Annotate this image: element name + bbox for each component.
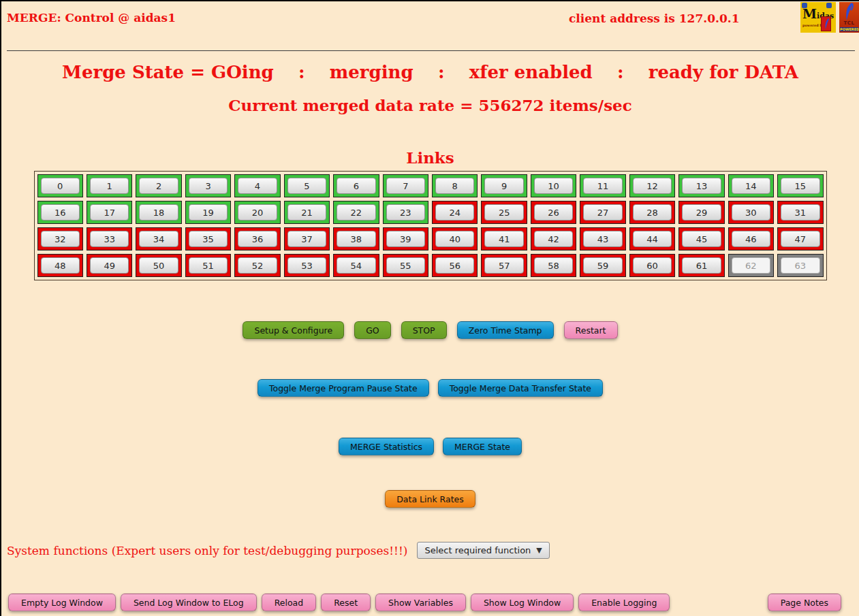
link-button-7[interactable]: 7 bbox=[386, 178, 425, 194]
link-button-19[interactable]: 19 bbox=[189, 204, 228, 221]
link-button-22[interactable]: 22 bbox=[337, 204, 375, 221]
system-function-select[interactable]: Select required function ▼ bbox=[417, 542, 549, 559]
link-button-28[interactable]: 28 bbox=[633, 204, 672, 221]
link-button-21[interactable]: 21 bbox=[287, 204, 326, 221]
link-button-33[interactable]: 33 bbox=[90, 231, 129, 247]
link-button-27[interactable]: 27 bbox=[583, 204, 622, 221]
stop-button[interactable]: STOP bbox=[401, 321, 447, 339]
show-log-window-button[interactable]: Show Log Window bbox=[471, 594, 574, 611]
empty-log-window-button[interactable]: Empty Log Window bbox=[8, 594, 116, 611]
link-button-26[interactable]: 26 bbox=[534, 204, 573, 221]
link-button-55[interactable]: 55 bbox=[386, 257, 425, 274]
link-button-29[interactable]: 29 bbox=[682, 204, 721, 221]
restart-button[interactable]: Restart bbox=[564, 321, 618, 339]
link-button-1[interactable]: 1 bbox=[90, 178, 129, 194]
toggle-merge-data-transfer-state-button[interactable]: Toggle Merge Data Transfer State bbox=[438, 379, 603, 397]
link-cell-35: 35 bbox=[185, 227, 231, 250]
link-button-46[interactable]: 46 bbox=[732, 231, 770, 247]
chevron-down-icon: ▼ bbox=[536, 546, 542, 555]
link-button-60[interactable]: 60 bbox=[633, 257, 672, 274]
link-cell-3: 3 bbox=[185, 174, 231, 197]
reset-button[interactable]: Reset bbox=[321, 594, 371, 611]
link-button-57[interactable]: 57 bbox=[484, 257, 523, 274]
link-button-20[interactable]: 20 bbox=[238, 204, 277, 221]
link-button-42[interactable]: 42 bbox=[534, 231, 573, 247]
page-notes-button[interactable]: Page Notes bbox=[768, 594, 841, 611]
link-cell-23: 23 bbox=[383, 201, 428, 224]
toggle-merge-program-pause-state-button[interactable]: Toggle Merge Program Pause State bbox=[257, 379, 429, 397]
link-cell-18: 18 bbox=[136, 201, 181, 224]
merge-state-button[interactable]: MERGE State bbox=[443, 438, 522, 455]
link-cell-27: 27 bbox=[580, 201, 625, 224]
link-button-31[interactable]: 31 bbox=[781, 204, 819, 221]
link-button-49[interactable]: 49 bbox=[90, 257, 129, 274]
link-button-14[interactable]: 14 bbox=[732, 178, 770, 194]
link-button-52[interactable]: 52 bbox=[238, 257, 277, 274]
link-cell-55: 55 bbox=[383, 254, 428, 277]
link-button-35[interactable]: 35 bbox=[189, 231, 228, 247]
link-button-2[interactable]: 2 bbox=[139, 178, 178, 194]
link-button-9[interactable]: 9 bbox=[484, 178, 523, 194]
header: MERGE: Control @ aidas1 client address i… bbox=[1, 1, 859, 50]
data-link-rates-button[interactable]: Data Link Rates bbox=[385, 490, 475, 508]
link-button-38[interactable]: 38 bbox=[337, 231, 375, 247]
tcl-powered-logo[interactable]: TCL POWERED bbox=[839, 2, 859, 33]
link-button-25[interactable]: 25 bbox=[484, 204, 523, 221]
link-button-61[interactable]: 61 bbox=[682, 257, 721, 274]
link-button-5[interactable]: 5 bbox=[287, 178, 326, 194]
link-button-58[interactable]: 58 bbox=[534, 257, 573, 274]
link-button-41[interactable]: 41 bbox=[484, 231, 523, 247]
link-cell-59: 59 bbox=[580, 254, 625, 277]
link-button-37[interactable]: 37 bbox=[287, 231, 326, 247]
link-cell-20: 20 bbox=[234, 201, 280, 224]
link-button-23[interactable]: 23 bbox=[386, 204, 425, 221]
link-cell-38: 38 bbox=[333, 227, 379, 250]
link-button-43[interactable]: 43 bbox=[583, 231, 622, 247]
link-button-13[interactable]: 13 bbox=[682, 178, 721, 194]
toggle-row: Toggle Merge Program Pause StateToggle M… bbox=[1, 379, 859, 397]
link-button-15[interactable]: 15 bbox=[781, 178, 819, 194]
link-button-6[interactable]: 6 bbox=[337, 178, 375, 194]
link-button-10[interactable]: 10 bbox=[534, 178, 573, 194]
link-button-30[interactable]: 30 bbox=[732, 204, 770, 221]
go-button[interactable]: GO bbox=[354, 321, 391, 339]
link-button-47[interactable]: 47 bbox=[781, 231, 819, 247]
link-button-17[interactable]: 17 bbox=[90, 204, 129, 221]
merge-statistics-button[interactable]: MERGE Statistics bbox=[339, 438, 434, 455]
link-button-11[interactable]: 11 bbox=[583, 178, 622, 194]
link-cell-0: 0 bbox=[37, 174, 83, 197]
link-button-24[interactable]: 24 bbox=[435, 204, 474, 221]
link-button-44[interactable]: 44 bbox=[633, 231, 672, 247]
link-button-56[interactable]: 56 bbox=[435, 257, 474, 274]
link-button-32[interactable]: 32 bbox=[41, 231, 80, 247]
link-button-40[interactable]: 40 bbox=[435, 231, 474, 247]
link-button-3[interactable]: 3 bbox=[189, 178, 228, 194]
link-button-16[interactable]: 16 bbox=[41, 204, 80, 221]
link-button-53[interactable]: 53 bbox=[287, 257, 326, 274]
link-button-34[interactable]: 34 bbox=[139, 231, 178, 247]
link-button-39[interactable]: 39 bbox=[386, 231, 425, 247]
midas-logo[interactable]: Midas powered by bbox=[800, 2, 836, 33]
show-variables-button[interactable]: Show Variables bbox=[375, 594, 466, 611]
setup-configure-button[interactable]: Setup & Configure bbox=[243, 321, 344, 339]
link-button-4[interactable]: 4 bbox=[238, 178, 277, 194]
link-button-48[interactable]: 48 bbox=[41, 257, 80, 274]
link-button-59[interactable]: 59 bbox=[583, 257, 622, 274]
link-button-0[interactable]: 0 bbox=[41, 178, 80, 194]
link-button-50[interactable]: 50 bbox=[139, 257, 178, 274]
link-button-12[interactable]: 12 bbox=[633, 178, 672, 194]
link-button-36[interactable]: 36 bbox=[238, 231, 277, 247]
reload-button[interactable]: Reload bbox=[262, 594, 317, 611]
link-cell-43: 43 bbox=[580, 227, 625, 250]
link-button-8[interactable]: 8 bbox=[435, 178, 474, 194]
link-cell-10: 10 bbox=[531, 174, 576, 197]
link-button-45[interactable]: 45 bbox=[682, 231, 721, 247]
enable-logging-button[interactable]: Enable Logging bbox=[578, 594, 670, 611]
link-cell-53: 53 bbox=[284, 254, 330, 277]
link-button-54[interactable]: 54 bbox=[337, 257, 375, 274]
link-button-18[interactable]: 18 bbox=[139, 204, 178, 221]
link-cell-62: 62 bbox=[728, 254, 774, 277]
link-button-51[interactable]: 51 bbox=[189, 257, 228, 274]
zero-time-stamp-button[interactable]: Zero Time Stamp bbox=[457, 321, 554, 339]
send-log-window-to-elog-button[interactable]: Send Log Window to ELog bbox=[121, 594, 257, 611]
